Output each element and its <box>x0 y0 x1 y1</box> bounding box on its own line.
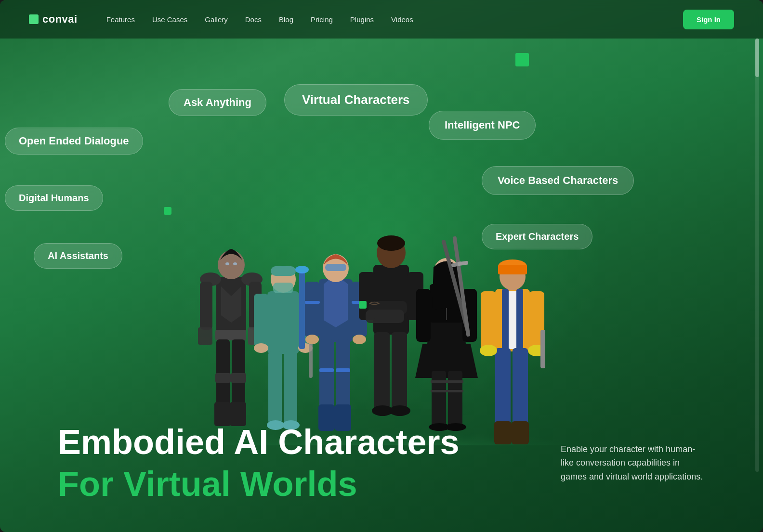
hero-description: Enable your character with human-like co… <box>561 442 705 484</box>
svg-rect-5 <box>200 282 212 330</box>
tag-expert-characters[interactable]: Expert Characters <box>482 224 592 249</box>
page-wrapper: convai Features Use Cases Gallery Docs B… <box>0 0 763 532</box>
svg-rect-43 <box>336 339 350 412</box>
svg-rect-33 <box>325 264 346 271</box>
svg-rect-54 <box>366 310 404 323</box>
logo-text: convai <box>42 13 78 26</box>
scrollbar[interactable] <box>755 39 759 472</box>
nav-pricing[interactable]: Pricing <box>311 15 333 24</box>
tag-ask-anything[interactable]: Ask Anything <box>169 89 266 116</box>
char-gothic <box>415 236 478 431</box>
svg-rect-36 <box>304 301 320 304</box>
accent-top-right <box>515 53 529 66</box>
tag-open-ended-dialogue[interactable]: Open Ended Dialogue <box>5 128 143 155</box>
svg-rect-55 <box>374 332 390 409</box>
nav-features[interactable]: Features <box>106 15 135 24</box>
char-center <box>359 235 423 416</box>
svg-rect-18 <box>267 291 299 354</box>
tag-intelligent-npc[interactable]: Intelligent NPC <box>429 111 536 140</box>
svg-rect-47 <box>336 368 350 372</box>
svg-rect-21 <box>273 283 293 293</box>
svg-rect-40 <box>299 272 305 349</box>
svg-rect-48 <box>373 265 409 335</box>
svg-rect-83 <box>513 348 528 428</box>
svg-point-50 <box>377 235 405 251</box>
hero-bottom: Embodied AI Characters For Virtual World… <box>58 423 705 503</box>
accent-mid-char2 <box>359 301 367 309</box>
svg-rect-28 <box>284 351 297 424</box>
tag-virtual-characters[interactable]: Virtual Characters <box>284 84 428 116</box>
svg-rect-77 <box>447 390 463 392</box>
logo[interactable]: convai <box>29 13 78 26</box>
svg-rect-34 <box>304 282 320 337</box>
svg-rect-7 <box>198 327 212 345</box>
hero-heading-white: Embodied AI Characters <box>58 423 460 461</box>
svg-rect-12 <box>215 373 231 383</box>
svg-point-41 <box>295 266 309 273</box>
nav-gallery[interactable]: Gallery <box>205 15 228 24</box>
hero-text-left: Embodied AI Characters For Virtual World… <box>58 423 460 503</box>
svg-rect-73 <box>448 371 462 426</box>
svg-point-24 <box>254 343 268 353</box>
accent-mid-char1 <box>164 207 171 215</box>
svg-rect-88 <box>498 265 527 274</box>
svg-point-58 <box>389 405 410 416</box>
scrollbar-thumb[interactable] <box>755 39 759 77</box>
svg-rect-89 <box>481 291 496 349</box>
svg-rect-75 <box>431 390 447 392</box>
sign-in-button[interactable]: Sign In <box>683 10 734 29</box>
svg-rect-27 <box>268 351 282 424</box>
nav-links: Features Use Cases Gallery Docs Blog Pri… <box>106 15 683 24</box>
svg-rect-82 <box>495 348 511 428</box>
tag-ai-assistants[interactable]: AI Assistants <box>34 243 122 269</box>
logo-icon <box>29 14 39 24</box>
tag-digital-humans[interactable]: Digital Humans <box>5 185 103 211</box>
svg-rect-66 <box>416 289 431 342</box>
svg-point-39 <box>353 335 366 344</box>
svg-rect-76 <box>447 380 463 383</box>
svg-point-17 <box>233 262 237 265</box>
nav-videos[interactable]: Videos <box>391 15 413 24</box>
svg-point-4 <box>218 250 245 279</box>
svg-rect-56 <box>392 332 407 409</box>
nav-use-cases[interactable]: Use Cases <box>152 15 187 24</box>
navbar: convai Features Use Cases Gallery Docs B… <box>0 0 763 39</box>
svg-rect-13 <box>231 373 246 383</box>
characters-svg <box>165 166 598 445</box>
hero-heading-green: For Virtual Worlds <box>58 465 460 503</box>
char-worker <box>480 260 545 444</box>
svg-rect-84 <box>502 289 509 351</box>
svg-rect-9 <box>215 330 246 340</box>
svg-rect-72 <box>432 371 446 426</box>
svg-rect-20 <box>271 266 296 276</box>
characters-area <box>87 166 676 445</box>
svg-rect-22 <box>254 294 268 347</box>
nav-plugins[interactable]: Plugins <box>350 15 374 24</box>
nav-docs[interactable]: Docs <box>245 15 262 24</box>
svg-point-91 <box>480 345 497 356</box>
svg-point-16 <box>225 262 229 265</box>
svg-rect-46 <box>319 368 334 372</box>
svg-rect-85 <box>516 289 523 351</box>
tag-voice-based-characters[interactable]: Voice Based Characters <box>482 166 634 195</box>
svg-rect-93 <box>540 330 545 368</box>
char-warrior <box>198 249 263 426</box>
svg-point-38 <box>305 335 319 344</box>
svg-rect-74 <box>431 380 447 383</box>
nav-blog[interactable]: Blog <box>279 15 293 24</box>
svg-rect-42 <box>319 339 334 412</box>
